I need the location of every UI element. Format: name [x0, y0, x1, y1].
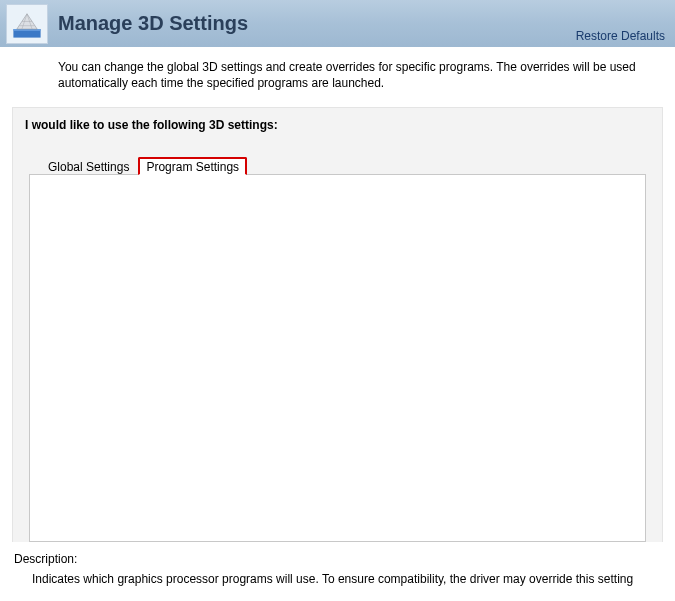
tab-content-area — [29, 174, 646, 542]
tab-global-settings[interactable]: Global Settings — [39, 157, 138, 175]
settings-section: I would like to use the following 3D set… — [12, 107, 663, 542]
description-label: Description: — [14, 552, 661, 566]
tab-program-settings[interactable]: Program Settings — [138, 157, 247, 175]
section-title: I would like to use the following 3D set… — [25, 118, 650, 132]
tabs-row: Global Settings Program Settings — [39, 156, 650, 174]
header-bar: Manage 3D Settings Restore Defaults — [0, 0, 675, 47]
description-block: Description: Indicates which graphics pr… — [0, 552, 675, 586]
intro-text: You can change the global 3D settings an… — [0, 47, 675, 107]
app-3d-icon — [6, 4, 48, 44]
page-title: Manage 3D Settings — [58, 12, 248, 35]
restore-defaults-link[interactable]: Restore Defaults — [576, 29, 665, 43]
description-text: Indicates which graphics processor progr… — [14, 572, 661, 586]
